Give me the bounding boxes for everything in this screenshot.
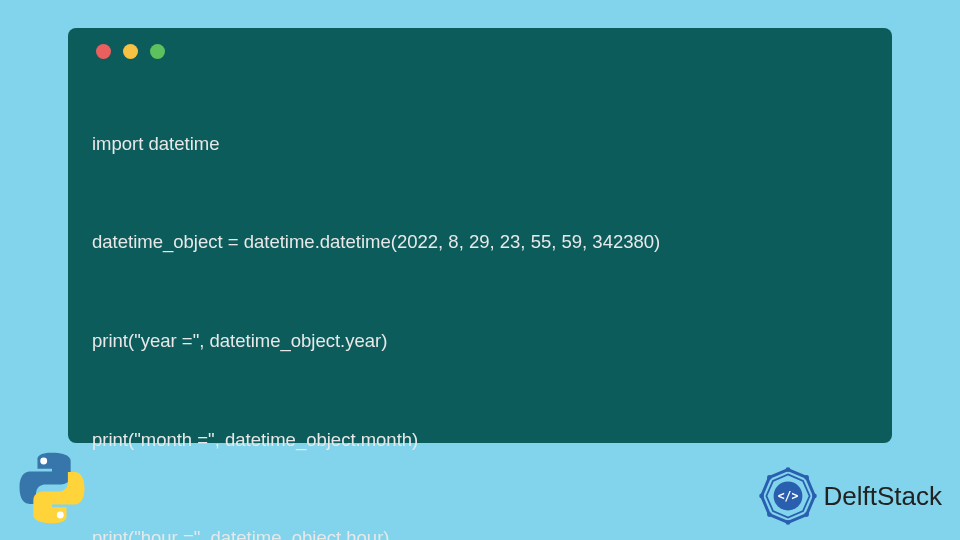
svg-point-10	[759, 494, 764, 499]
code-line: print("year =", datetime_object.year)	[92, 328, 868, 354]
svg-point-5	[804, 475, 809, 480]
svg-point-1	[57, 511, 64, 518]
close-icon	[96, 44, 111, 59]
svg-point-4	[785, 467, 790, 472]
code-line: datetime_object = datetime.datetime(2022…	[92, 229, 868, 255]
svg-point-9	[767, 512, 772, 517]
code-line: print("hour =", datetime_object.hour)	[92, 525, 868, 540]
minimize-icon	[123, 44, 138, 59]
traffic-lights	[96, 44, 868, 59]
code-line: print("month =", datetime_object.month)	[92, 427, 868, 453]
code-window: import datetime datetime_object = dateti…	[68, 28, 892, 443]
python-logo-icon	[14, 450, 90, 526]
delftstack-label: DelftStack	[824, 481, 943, 512]
svg-point-8	[785, 520, 790, 525]
delftstack-badge-icon: </>	[758, 466, 818, 526]
code-content: import datetime datetime_object = dateti…	[92, 79, 868, 540]
svg-point-11	[767, 475, 772, 480]
svg-point-7	[804, 512, 809, 517]
svg-point-0	[40, 458, 47, 465]
delftstack-logo: </> DelftStack	[758, 466, 943, 526]
svg-point-6	[812, 494, 817, 499]
maximize-icon	[150, 44, 165, 59]
svg-text:</>: </>	[777, 489, 798, 503]
code-line: import datetime	[92, 131, 868, 157]
